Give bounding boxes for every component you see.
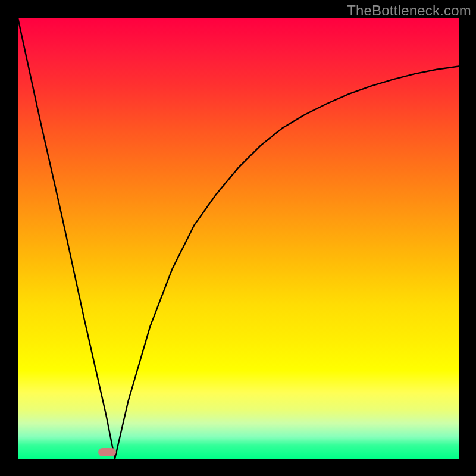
curve-svg [0, 0, 476, 476]
bottleneck-curve [18, 18, 459, 459]
optimum-marker [98, 448, 116, 456]
chart-frame: TheBottleneck.com [0, 0, 476, 476]
